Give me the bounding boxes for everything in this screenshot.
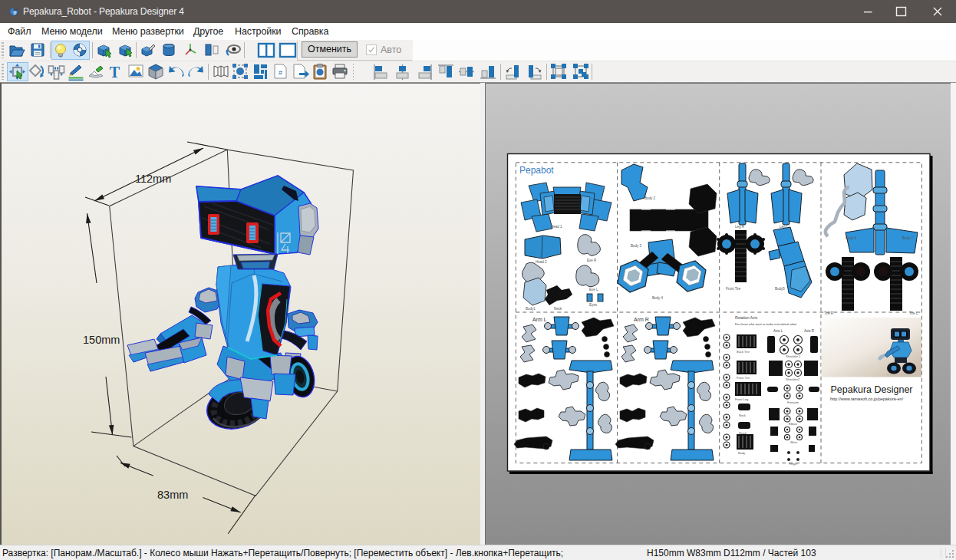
svg-text:Shoulder2: Shoulder2 [786,377,800,381]
svg-text:Eyes: Eyes [589,303,598,307]
svg-text:Pepabot: Pepabot [519,165,554,176]
svg-text:Body 3: Body 3 [631,244,642,248]
svg-text:Front Tire: Front Tire [737,376,750,380]
svg-text:Tire L: Tire L [909,311,918,315]
svg-text:http://www.tamasoft.co.jp/pepa: http://www.tamasoft.co.jp/pepakura-en/ [830,397,904,401]
svg-text:Body: Body [738,451,745,455]
svg-text:Leg R: Leg R [735,225,745,229]
svg-text:Body 7: Body 7 [902,236,914,240]
svg-text:Body1: Body1 [526,307,536,311]
svg-text:Front Tire: Front Tire [726,287,741,291]
svg-text:Arm R: Arm R [634,317,649,322]
svg-text:Wrist: Wrist [790,440,798,444]
svg-text:Pepakura Designer: Pepakura Designer [830,384,912,395]
svg-text:Body5: Body5 [775,287,785,291]
svg-text:Elbow: Elbow [789,422,797,426]
svg-text:Body 6: Body 6 [846,236,857,240]
svg-text:Shoulder 1: Shoulder 1 [786,354,801,358]
svg-text:Forearm: Forearm [787,400,799,404]
svg-text:Head 1: Head 1 [551,225,562,229]
svg-text:Neck: Neck [739,413,746,417]
svg-text:Axis R: Axis R [804,329,815,333]
svg-text:112mm: 112mm [135,173,171,185]
svg-text:#: # [279,69,282,77]
svg-text:Head 2: Head 2 [536,260,547,264]
svg-text:For those who want to make art: For those who want to make articulated r… [735,322,797,326]
svg-text:150mm: 150mm [83,334,120,346]
svg-text:83mm: 83mm [157,489,188,501]
svg-text:Arm L: Arm L [532,317,547,322]
svg-text:Finger: Finger [789,462,798,466]
svg-text:Axis L: Axis L [773,329,783,333]
svg-text:Head: Head [739,431,747,435]
svg-text:Tire R: Tire R [824,311,834,315]
svg-text:Neck: Neck [554,307,562,311]
svg-text:Eye L: Eye L [589,288,598,292]
svg-text:Front Leg: Front Leg [735,397,748,401]
svg-text:Eye R: Eye R [587,259,597,262]
svg-text:Rotation Axis: Rotation Axis [735,315,758,320]
svg-text:T: T [110,64,120,81]
svg-text:Body 2: Body 2 [644,196,656,200]
svg-text:Leg L: Leg L [780,225,789,229]
svg-text:Back Tire: Back Tire [737,350,750,354]
svg-text:Body 4: Body 4 [652,296,664,300]
